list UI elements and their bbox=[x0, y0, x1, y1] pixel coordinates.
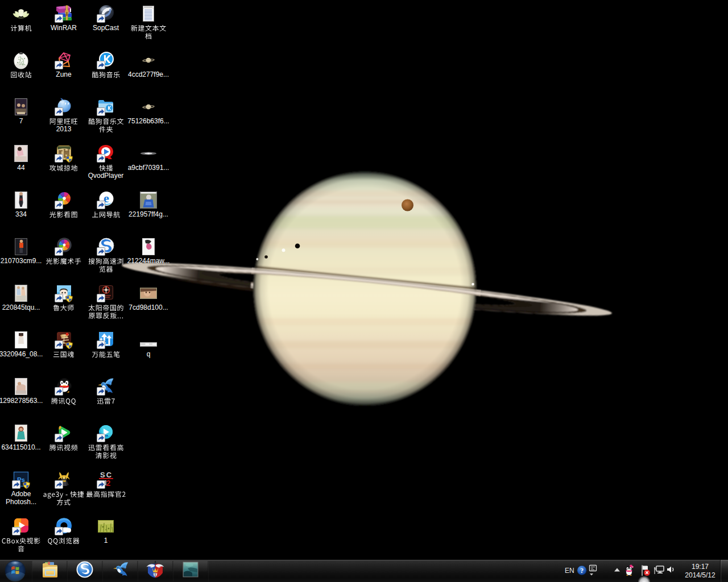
svg-text:19:17: 19:17 bbox=[692, 563, 709, 571]
svg-text:SC: SC bbox=[100, 471, 113, 479]
svg-text:2014/5/12: 2014/5/12 bbox=[685, 571, 715, 579]
svg-text:2: 2 bbox=[106, 479, 111, 488]
svg-text:?: ? bbox=[580, 567, 584, 574]
svg-text:EN: EN bbox=[565, 567, 574, 575]
